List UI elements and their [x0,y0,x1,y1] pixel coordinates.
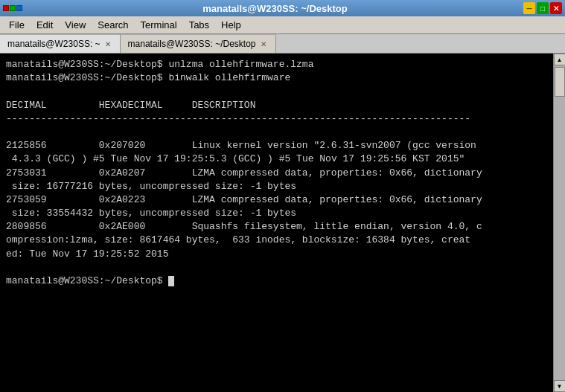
terminal-container: manatails@W230SS:~/Desktop$ unlzma olleh… [0,54,565,392]
icon-blue [16,5,22,11]
scrollbar-up-button[interactable]: ▲ [554,54,566,65]
icon-green [10,5,16,11]
minimize-button[interactable]: ─ [523,2,535,14]
tab-desktop-label: manatails@W230SS: ~/Desktop [128,39,256,49]
window-title: manatails@W230SS: ~/Desktop [27,3,523,14]
tab-home[interactable]: manatails@W230SS: ~ ✕ [0,34,121,53]
close-button[interactable]: ✕ [550,2,562,14]
tab-desktop[interactable]: manatails@W230SS: ~/Desktop ✕ [121,34,276,53]
menu-terminal[interactable]: Terminal [135,18,183,32]
menu-bar: File Edit View Search Terminal Tabs Help [0,16,565,34]
menu-search[interactable]: Search [92,18,134,32]
scrollbar-thumb[interactable] [555,67,565,97]
maximize-button[interactable]: □ [537,2,549,14]
window-controls: ─ □ ✕ [523,2,562,14]
icon-red [3,5,9,11]
menu-help[interactable]: Help [215,18,247,32]
menu-view[interactable]: View [59,18,92,32]
menu-edit[interactable]: Edit [31,18,59,32]
window-icon [3,5,22,11]
scrollbar-track[interactable] [554,65,566,380]
title-bar: manatails@W230SS: ~/Desktop ─ □ ✕ [0,0,565,16]
menu-tabs[interactable]: Tabs [183,18,215,32]
terminal-output[interactable]: manatails@W230SS:~/Desktop$ unlzma olleh… [0,54,553,392]
tab-bar: manatails@W230SS: ~ ✕ manatails@W230SS: … [0,34,565,54]
menu-file[interactable]: File [3,18,31,32]
scrollbar[interactable]: ▲ ▼ [553,54,565,392]
tab-home-close[interactable]: ✕ [103,39,112,48]
tab-desktop-close[interactable]: ✕ [259,39,268,48]
tab-home-label: manatails@W230SS: ~ [7,39,100,49]
scrollbar-down-button[interactable]: ▼ [554,380,566,392]
